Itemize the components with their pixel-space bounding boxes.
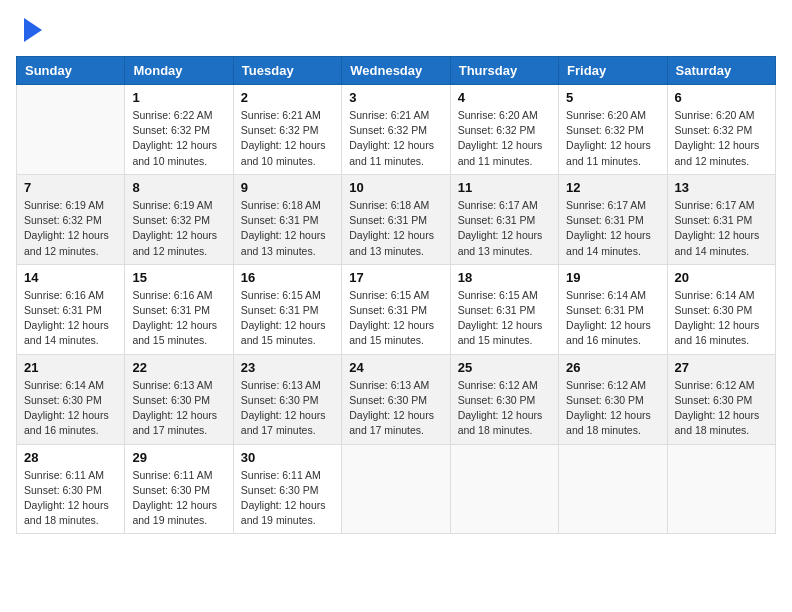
calendar-cell xyxy=(559,444,667,534)
calendar-week-row: 28Sunrise: 6:11 AMSunset: 6:30 PMDayligh… xyxy=(17,444,776,534)
day-detail: Sunrise: 6:11 AMSunset: 6:30 PMDaylight:… xyxy=(132,468,225,529)
day-number: 24 xyxy=(349,360,442,375)
calendar-week-row: 1Sunrise: 6:22 AMSunset: 6:32 PMDaylight… xyxy=(17,85,776,175)
logo-triangle-icon xyxy=(22,16,44,44)
calendar-cell xyxy=(667,444,775,534)
logo xyxy=(16,16,44,44)
day-detail: Sunrise: 6:13 AMSunset: 6:30 PMDaylight:… xyxy=(241,378,334,439)
col-header-friday: Friday xyxy=(559,57,667,85)
day-detail: Sunrise: 6:18 AMSunset: 6:31 PMDaylight:… xyxy=(349,198,442,259)
day-detail: Sunrise: 6:14 AMSunset: 6:30 PMDaylight:… xyxy=(24,378,117,439)
calendar-week-row: 14Sunrise: 6:16 AMSunset: 6:31 PMDayligh… xyxy=(17,264,776,354)
calendar-cell: 10Sunrise: 6:18 AMSunset: 6:31 PMDayligh… xyxy=(342,174,450,264)
day-number: 23 xyxy=(241,360,334,375)
calendar-cell: 24Sunrise: 6:13 AMSunset: 6:30 PMDayligh… xyxy=(342,354,450,444)
calendar-cell: 12Sunrise: 6:17 AMSunset: 6:31 PMDayligh… xyxy=(559,174,667,264)
col-header-wednesday: Wednesday xyxy=(342,57,450,85)
calendar-cell: 11Sunrise: 6:17 AMSunset: 6:31 PMDayligh… xyxy=(450,174,558,264)
day-detail: Sunrise: 6:16 AMSunset: 6:31 PMDaylight:… xyxy=(132,288,225,349)
calendar-cell xyxy=(17,85,125,175)
col-header-saturday: Saturday xyxy=(667,57,775,85)
calendar-cell: 8Sunrise: 6:19 AMSunset: 6:32 PMDaylight… xyxy=(125,174,233,264)
calendar-cell: 16Sunrise: 6:15 AMSunset: 6:31 PMDayligh… xyxy=(233,264,341,354)
calendar-cell xyxy=(342,444,450,534)
day-number: 26 xyxy=(566,360,659,375)
calendar-cell: 21Sunrise: 6:14 AMSunset: 6:30 PMDayligh… xyxy=(17,354,125,444)
calendar-cell: 13Sunrise: 6:17 AMSunset: 6:31 PMDayligh… xyxy=(667,174,775,264)
day-detail: Sunrise: 6:14 AMSunset: 6:31 PMDaylight:… xyxy=(566,288,659,349)
day-detail: Sunrise: 6:11 AMSunset: 6:30 PMDaylight:… xyxy=(24,468,117,529)
calendar-table: SundayMondayTuesdayWednesdayThursdayFrid… xyxy=(16,56,776,534)
day-detail: Sunrise: 6:18 AMSunset: 6:31 PMDaylight:… xyxy=(241,198,334,259)
day-number: 28 xyxy=(24,450,117,465)
calendar-cell: 18Sunrise: 6:15 AMSunset: 6:31 PMDayligh… xyxy=(450,264,558,354)
calendar-cell: 30Sunrise: 6:11 AMSunset: 6:30 PMDayligh… xyxy=(233,444,341,534)
day-number: 19 xyxy=(566,270,659,285)
day-detail: Sunrise: 6:20 AMSunset: 6:32 PMDaylight:… xyxy=(566,108,659,169)
day-detail: Sunrise: 6:16 AMSunset: 6:31 PMDaylight:… xyxy=(24,288,117,349)
calendar-cell: 20Sunrise: 6:14 AMSunset: 6:30 PMDayligh… xyxy=(667,264,775,354)
day-detail: Sunrise: 6:22 AMSunset: 6:32 PMDaylight:… xyxy=(132,108,225,169)
day-number: 20 xyxy=(675,270,768,285)
calendar-cell: 26Sunrise: 6:12 AMSunset: 6:30 PMDayligh… xyxy=(559,354,667,444)
day-detail: Sunrise: 6:17 AMSunset: 6:31 PMDaylight:… xyxy=(458,198,551,259)
day-number: 1 xyxy=(132,90,225,105)
day-number: 9 xyxy=(241,180,334,195)
day-number: 29 xyxy=(132,450,225,465)
calendar-cell: 25Sunrise: 6:12 AMSunset: 6:30 PMDayligh… xyxy=(450,354,558,444)
calendar-cell: 6Sunrise: 6:20 AMSunset: 6:32 PMDaylight… xyxy=(667,85,775,175)
day-number: 25 xyxy=(458,360,551,375)
day-detail: Sunrise: 6:15 AMSunset: 6:31 PMDaylight:… xyxy=(241,288,334,349)
day-number: 15 xyxy=(132,270,225,285)
day-detail: Sunrise: 6:12 AMSunset: 6:30 PMDaylight:… xyxy=(675,378,768,439)
day-number: 2 xyxy=(241,90,334,105)
calendar-week-row: 7Sunrise: 6:19 AMSunset: 6:32 PMDaylight… xyxy=(17,174,776,264)
day-detail: Sunrise: 6:21 AMSunset: 6:32 PMDaylight:… xyxy=(241,108,334,169)
calendar-cell: 3Sunrise: 6:21 AMSunset: 6:32 PMDaylight… xyxy=(342,85,450,175)
calendar-cell: 4Sunrise: 6:20 AMSunset: 6:32 PMDaylight… xyxy=(450,85,558,175)
calendar-cell: 23Sunrise: 6:13 AMSunset: 6:30 PMDayligh… xyxy=(233,354,341,444)
day-number: 4 xyxy=(458,90,551,105)
calendar-cell: 29Sunrise: 6:11 AMSunset: 6:30 PMDayligh… xyxy=(125,444,233,534)
day-detail: Sunrise: 6:15 AMSunset: 6:31 PMDaylight:… xyxy=(349,288,442,349)
calendar-cell: 14Sunrise: 6:16 AMSunset: 6:31 PMDayligh… xyxy=(17,264,125,354)
day-number: 13 xyxy=(675,180,768,195)
day-number: 17 xyxy=(349,270,442,285)
day-number: 18 xyxy=(458,270,551,285)
day-detail: Sunrise: 6:14 AMSunset: 6:30 PMDaylight:… xyxy=(675,288,768,349)
day-detail: Sunrise: 6:17 AMSunset: 6:31 PMDaylight:… xyxy=(566,198,659,259)
calendar-cell: 1Sunrise: 6:22 AMSunset: 6:32 PMDaylight… xyxy=(125,85,233,175)
calendar-cell: 15Sunrise: 6:16 AMSunset: 6:31 PMDayligh… xyxy=(125,264,233,354)
day-number: 3 xyxy=(349,90,442,105)
day-detail: Sunrise: 6:12 AMSunset: 6:30 PMDaylight:… xyxy=(566,378,659,439)
svg-marker-0 xyxy=(24,18,42,42)
day-number: 22 xyxy=(132,360,225,375)
calendar-cell: 9Sunrise: 6:18 AMSunset: 6:31 PMDaylight… xyxy=(233,174,341,264)
day-number: 8 xyxy=(132,180,225,195)
calendar-cell: 28Sunrise: 6:11 AMSunset: 6:30 PMDayligh… xyxy=(17,444,125,534)
calendar-cell: 22Sunrise: 6:13 AMSunset: 6:30 PMDayligh… xyxy=(125,354,233,444)
day-detail: Sunrise: 6:12 AMSunset: 6:30 PMDaylight:… xyxy=(458,378,551,439)
day-detail: Sunrise: 6:19 AMSunset: 6:32 PMDaylight:… xyxy=(132,198,225,259)
day-detail: Sunrise: 6:13 AMSunset: 6:30 PMDaylight:… xyxy=(349,378,442,439)
day-detail: Sunrise: 6:13 AMSunset: 6:30 PMDaylight:… xyxy=(132,378,225,439)
day-number: 11 xyxy=(458,180,551,195)
col-header-monday: Monday xyxy=(125,57,233,85)
calendar-cell: 27Sunrise: 6:12 AMSunset: 6:30 PMDayligh… xyxy=(667,354,775,444)
day-detail: Sunrise: 6:19 AMSunset: 6:32 PMDaylight:… xyxy=(24,198,117,259)
calendar-cell xyxy=(450,444,558,534)
col-header-tuesday: Tuesday xyxy=(233,57,341,85)
page-header xyxy=(16,16,776,44)
calendar-week-row: 21Sunrise: 6:14 AMSunset: 6:30 PMDayligh… xyxy=(17,354,776,444)
day-number: 12 xyxy=(566,180,659,195)
col-header-sunday: Sunday xyxy=(17,57,125,85)
calendar-cell: 17Sunrise: 6:15 AMSunset: 6:31 PMDayligh… xyxy=(342,264,450,354)
day-number: 5 xyxy=(566,90,659,105)
calendar-header-row: SundayMondayTuesdayWednesdayThursdayFrid… xyxy=(17,57,776,85)
day-detail: Sunrise: 6:20 AMSunset: 6:32 PMDaylight:… xyxy=(458,108,551,169)
day-number: 27 xyxy=(675,360,768,375)
calendar-cell: 7Sunrise: 6:19 AMSunset: 6:32 PMDaylight… xyxy=(17,174,125,264)
calendar-cell: 2Sunrise: 6:21 AMSunset: 6:32 PMDaylight… xyxy=(233,85,341,175)
day-number: 21 xyxy=(24,360,117,375)
day-number: 16 xyxy=(241,270,334,285)
